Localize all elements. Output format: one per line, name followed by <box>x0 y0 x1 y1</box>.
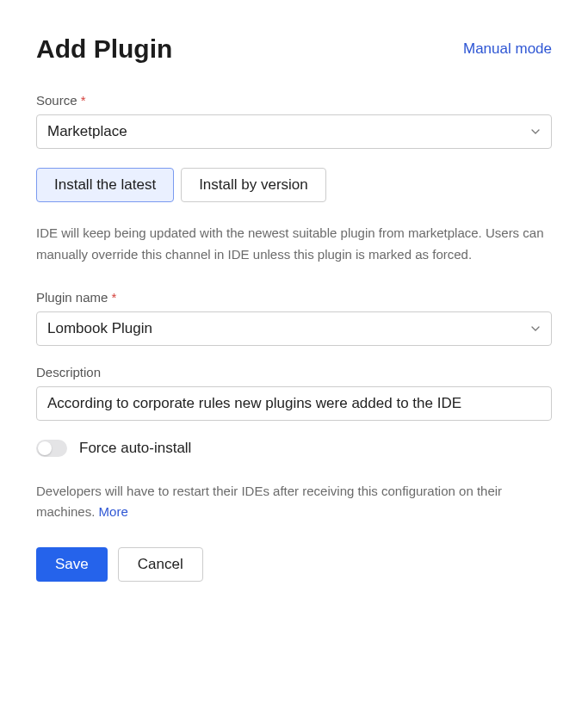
toggle-knob <box>38 441 52 455</box>
install-mode-help: IDE will keep being updated with the new… <box>36 223 552 266</box>
plugin-name-select[interactable]: Lombook Plugin <box>36 311 552 346</box>
source-select[interactable]: Marketplace <box>36 114 552 149</box>
manual-mode-link[interactable]: Manual mode <box>463 40 552 58</box>
force-auto-install-label: Force auto-install <box>79 440 191 457</box>
description-input[interactable] <box>36 386 552 421</box>
install-mode-segmented: Install the latest Install by version <box>36 168 552 202</box>
chevron-down-icon <box>530 324 541 334</box>
more-link[interactable]: More <box>99 504 128 519</box>
force-auto-install-toggle[interactable] <box>36 440 67 457</box>
restart-help: Developers will have to restart their ID… <box>36 481 552 524</box>
source-value: Marketplace <box>47 123 127 140</box>
plugin-name-value: Lombook Plugin <box>47 320 152 337</box>
plugin-name-label: Plugin name <box>36 290 552 305</box>
cancel-button[interactable]: Cancel <box>118 547 203 582</box>
description-label: Description <box>36 365 552 379</box>
chevron-down-icon <box>530 126 541 137</box>
install-latest-button[interactable]: Install the latest <box>36 168 174 202</box>
source-label: Source <box>36 93 552 108</box>
save-button[interactable]: Save <box>36 547 108 582</box>
page-title: Add Plugin <box>36 34 172 64</box>
install-by-version-button[interactable]: Install by version <box>181 168 326 202</box>
